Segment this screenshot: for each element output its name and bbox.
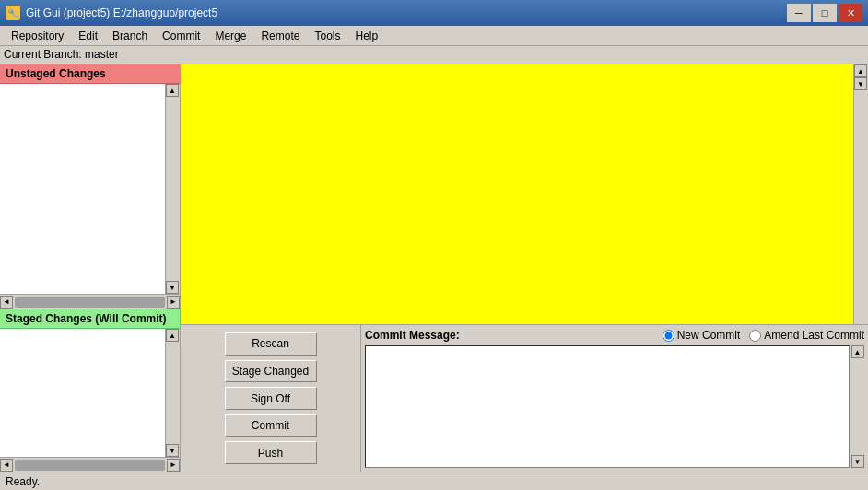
commit-scroll-track[interactable] xyxy=(850,358,864,455)
amend-commit-radio[interactable] xyxy=(749,330,761,342)
unstaged-hscroll-left[interactable]: ◄ xyxy=(0,296,13,309)
menu-commit[interactable]: Commit xyxy=(155,28,207,44)
menu-branch[interactable]: Branch xyxy=(105,28,155,44)
maximize-button[interactable]: □ xyxy=(813,4,837,22)
push-button[interactable]: Push xyxy=(225,441,317,464)
staged-file-list[interactable] xyxy=(0,329,165,457)
diff-vscroll[interactable]: ▲ ▼ xyxy=(853,64,868,324)
commit-message-area: Commit Message: New Commit Amend Last Co… xyxy=(361,325,868,472)
staged-scroll-up[interactable]: ▲ xyxy=(166,329,179,342)
diff-scroll-up[interactable]: ▲ xyxy=(854,64,867,77)
commit-scroll-down[interactable]: ▼ xyxy=(851,455,864,468)
diff-scroll-down[interactable]: ▼ xyxy=(854,77,867,90)
diff-area: ▲ ▼ ◄ ► xyxy=(181,64,868,324)
stage-changed-button[interactable]: Stage Changed xyxy=(225,360,317,383)
diff-area-inner: ▲ ▼ xyxy=(181,64,868,324)
new-commit-radio-label[interactable]: New Commit xyxy=(663,329,741,342)
unstaged-hscroll-right[interactable]: ► xyxy=(167,296,180,309)
menu-bar: Repository Edit Branch Commit Merge Remo… xyxy=(0,26,868,46)
main-content: Unstaged Changes ▲ ▼ ◄ ► xyxy=(0,64,868,472)
amend-commit-label: Amend Last Commit xyxy=(764,329,864,342)
unstaged-header: Unstaged Changes xyxy=(0,64,180,84)
minimize-button[interactable]: ─ xyxy=(787,4,811,22)
staged-hscroll-thumb[interactable] xyxy=(15,460,165,471)
status-text: Ready. xyxy=(6,475,40,488)
staged-hscroll-left[interactable]: ◄ xyxy=(0,459,13,472)
unstaged-list-area: ▲ ▼ ◄ ► xyxy=(0,84,180,309)
staged-hscroll-right[interactable]: ► xyxy=(167,459,180,472)
title-bar-left: 🔧 Git Gui (project5) E:/zhangguo/project… xyxy=(6,6,217,20)
menu-tools[interactable]: Tools xyxy=(307,28,347,44)
close-button[interactable]: ✕ xyxy=(839,4,862,22)
new-commit-label: New Commit xyxy=(677,329,741,342)
commit-message-scrollbar[interactable]: ▲ ▼ xyxy=(850,345,864,468)
commit-button[interactable]: Commit xyxy=(225,414,317,438)
sign-off-button[interactable]: Sign Off xyxy=(225,387,317,410)
staged-list-with-scroll: ▲ ▼ ◄ ► xyxy=(0,329,180,472)
new-commit-radio[interactable] xyxy=(663,330,674,342)
unstaged-file-list[interactable] xyxy=(0,84,165,294)
status-bar: Ready. xyxy=(0,472,868,490)
window-title: Git Gui (project5) E:/zhangguo/project5 xyxy=(26,6,217,19)
staged-list-area: ▲ ▼ ◄ ► xyxy=(0,329,180,472)
diff-content xyxy=(181,64,853,324)
unstaged-scroll-down[interactable]: ▼ xyxy=(166,281,179,294)
current-branch-bar: Current Branch: master xyxy=(0,46,868,64)
left-panel: Unstaged Changes ▲ ▼ ◄ ► xyxy=(0,64,181,472)
unstaged-vscroll[interactable]: ▲ ▼ xyxy=(165,84,180,294)
current-branch-label: Current Branch: master xyxy=(4,48,119,61)
title-bar: 🔧 Git Gui (project5) E:/zhangguo/project… xyxy=(0,0,868,26)
unstaged-hscroll[interactable]: ◄ ► xyxy=(0,294,180,309)
commit-text-wrapper: ▲ ▼ xyxy=(365,345,864,468)
staged-hscroll[interactable]: ◄ ► xyxy=(0,457,180,472)
radio-group: New Commit Amend Last Commit xyxy=(663,329,864,342)
unstaged-scroll-track[interactable] xyxy=(166,97,180,281)
window-controls: ─ □ ✕ xyxy=(787,4,862,22)
amend-commit-radio-label[interactable]: Amend Last Commit xyxy=(749,329,864,342)
menu-repository[interactable]: Repository xyxy=(4,28,71,44)
bottom-area: Rescan Stage Changed Sign Off Commit Pus… xyxy=(181,324,868,472)
unstaged-hscroll-thumb[interactable] xyxy=(15,297,165,308)
unstaged-section: Unstaged Changes ▲ ▼ ◄ ► xyxy=(0,64,180,309)
menu-merge[interactable]: Merge xyxy=(207,28,253,44)
menu-help[interactable]: Help xyxy=(347,28,385,44)
menu-remote[interactable]: Remote xyxy=(253,28,307,44)
staged-vscroll[interactable]: ▲ ▼ xyxy=(165,329,180,457)
right-panel: ▲ ▼ ◄ ► Rescan Stage Changed Sign Off Co… xyxy=(181,64,868,472)
app-icon: 🔧 xyxy=(6,6,20,20)
menu-edit[interactable]: Edit xyxy=(71,28,105,44)
staged-header: Staged Changes (Will Commit) xyxy=(0,309,180,329)
unstaged-list-with-scroll: ▲ ▼ ◄ ► xyxy=(0,84,180,309)
commit-buttons-panel: Rescan Stage Changed Sign Off Commit Pus… xyxy=(181,325,361,472)
commit-scroll-up[interactable]: ▲ xyxy=(851,345,864,358)
staged-section: Staged Changes (Will Commit) ▲ ▼ ◄ xyxy=(0,309,180,472)
rescan-button[interactable]: Rescan xyxy=(225,332,317,356)
commit-message-input[interactable] xyxy=(365,345,850,468)
staged-scroll-track[interactable] xyxy=(166,342,180,444)
commit-message-header: Commit Message: New Commit Amend Last Co… xyxy=(365,329,864,342)
unstaged-scroll-up[interactable]: ▲ xyxy=(166,84,179,97)
commit-message-label: Commit Message: xyxy=(365,329,460,342)
staged-scroll-down[interactable]: ▼ xyxy=(166,444,179,457)
